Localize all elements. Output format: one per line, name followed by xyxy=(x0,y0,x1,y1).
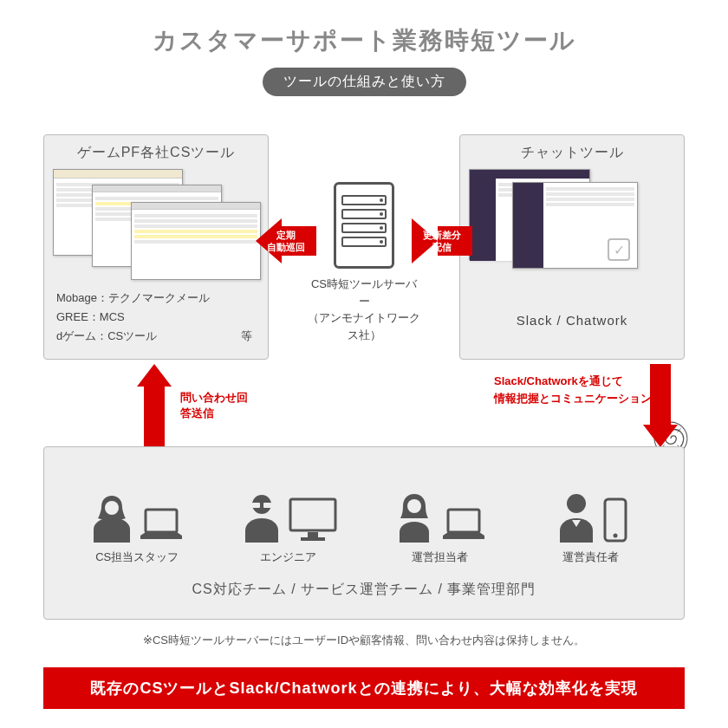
team-member: 運営責任者 xyxy=(516,473,667,565)
person-female-icon xyxy=(90,491,133,543)
cs-tools-list: Mobage：テクノマークメール GREE：MCS dゲーム：CSツール等 xyxy=(53,289,259,346)
team-box: CS担当スタッフ エンジニア 運営担当者 運営責任者 CS対応チーム / サービ… xyxy=(43,446,685,620)
screenshot-stack-left xyxy=(53,169,259,282)
check-icon: ✓ xyxy=(608,238,630,261)
chat-tools-box: チャットツール ✓ Slack / Chatwork xyxy=(459,134,685,360)
team-member: CS担当スタッフ xyxy=(62,473,213,565)
svg-rect-17 xyxy=(448,510,479,532)
team-footer: CS対応チーム / サービス運営チーム / 事業管理部門 xyxy=(62,581,666,599)
arrow-right: 更新差分 配信 xyxy=(412,218,472,263)
chat-tools-title: チャットツール xyxy=(469,144,675,162)
list-item: dゲーム：CSツール等 xyxy=(56,327,259,346)
arrow-up-label: 問い合わせ回答送信 xyxy=(120,390,250,421)
team-member-label: 運営担当者 xyxy=(364,549,516,565)
svg-point-8 xyxy=(105,501,119,515)
svg-rect-15 xyxy=(301,537,325,541)
cs-tools-box: ゲームPF各社CSツール Mobage：テクノマークメール GREE：MCS d… xyxy=(43,134,269,360)
svg-rect-13 xyxy=(290,499,335,530)
server-block: CS時短ツールサーバー（アンモナイトワークス社） xyxy=(308,182,420,343)
person-female2-icon xyxy=(393,491,436,543)
person-glasses-icon xyxy=(240,491,283,543)
list-item: GREE：MCS xyxy=(56,308,259,327)
disclaimer-note: ※CS時短ツールサーバーにはユーザーIDや顧客情報、問い合わせ内容は保持しません… xyxy=(0,633,728,648)
phone-icon xyxy=(603,497,627,543)
server-icon xyxy=(334,182,394,269)
cs-tools-title: ゲームPF各社CSツール xyxy=(53,144,259,162)
svg-rect-9 xyxy=(146,510,177,532)
team-member: エンジニア xyxy=(213,473,365,565)
svg-rect-12 xyxy=(263,503,271,508)
laptop-icon xyxy=(139,508,184,543)
subtitle-pill: ツールの仕組みと使い方 xyxy=(263,68,466,96)
chat-tools-footer: Slack / Chatwork xyxy=(469,313,675,328)
screenshot-thumb xyxy=(131,202,261,280)
team-member: 運営担当者 xyxy=(364,473,516,565)
server-label: CS時短ツールサーバー（アンモナイトワークス社） xyxy=(308,276,420,343)
team-member-label: エンジニア xyxy=(213,549,365,565)
team-member-label: CS担当スタッフ xyxy=(62,549,213,565)
arrow-down-label: Slack/Chatworkを通じて 情報把握とコミュニケーション xyxy=(494,373,685,406)
laptop-icon xyxy=(441,508,486,543)
svg-point-20 xyxy=(613,534,617,538)
arrow-left-label: 定期 自動巡回 xyxy=(256,229,316,254)
page-title: カスタマーサポート業務時短ツール xyxy=(0,0,728,57)
list-item: Mobage：テクノマークメール xyxy=(56,289,259,308)
screenshot-thumb: ✓ xyxy=(512,182,638,269)
svg-rect-11 xyxy=(252,503,260,508)
bottom-banner: 既存のCSツールとSlack/Chatworkとの連携により、大幅な効率化を実現 xyxy=(43,667,685,709)
screenshot-stack-right: ✓ xyxy=(469,169,675,299)
arrow-left: 定期 自動巡回 xyxy=(256,218,316,263)
svg-point-16 xyxy=(407,499,421,513)
monitor-icon xyxy=(289,497,337,543)
svg-point-18 xyxy=(567,494,586,513)
svg-rect-14 xyxy=(308,532,318,537)
team-member-label: 運営責任者 xyxy=(516,549,667,565)
person-male-icon xyxy=(555,491,598,543)
arrow-right-label: 更新差分 配信 xyxy=(412,229,472,254)
